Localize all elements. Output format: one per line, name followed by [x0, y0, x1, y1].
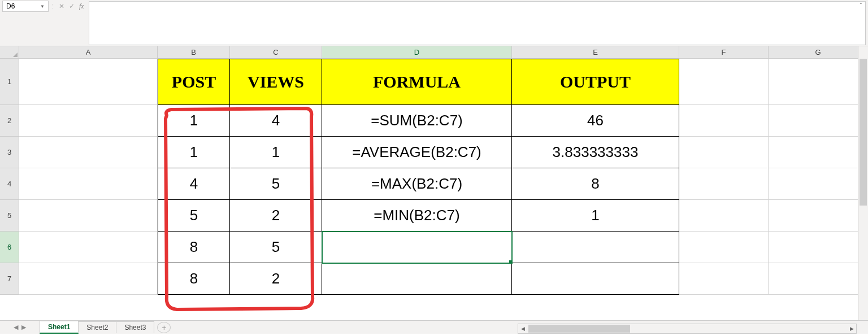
- cell-D4[interactable]: =MAX(B2:C7): [322, 168, 512, 200]
- name-box[interactable]: D6 ▼: [2, 1, 49, 12]
- cell-D1[interactable]: FORMULA: [322, 59, 512, 105]
- cell-F6[interactable]: [679, 232, 769, 263]
- col-header-B[interactable]: B: [158, 46, 230, 58]
- name-box-value: D6: [6, 2, 15, 10]
- cell-F7[interactable]: [679, 263, 769, 295]
- col-header-G[interactable]: G: [769, 46, 868, 58]
- cell-D2[interactable]: =SUM(B2:C7): [322, 105, 512, 137]
- cell-D7[interactable]: [322, 263, 512, 295]
- column-headers: A B C D E F G: [0, 46, 868, 59]
- row-2: 2 1 4 =SUM(B2:C7) 46: [0, 105, 868, 137]
- formula-bar-buttons: ✕ ✓ fx: [54, 0, 89, 12]
- cell-D3[interactable]: =AVERAGE(B2:C7): [322, 137, 512, 168]
- sheet-nav-next-icon[interactable]: ▶: [21, 324, 26, 331]
- cell-C2[interactable]: 4: [230, 105, 322, 137]
- formula-bar-area: D6 ▼ ⋮ ✕ ✓ fx ˆ: [0, 0, 868, 46]
- cell-F5[interactable]: [679, 200, 769, 232]
- cell-E2[interactable]: 46: [512, 105, 679, 137]
- cell-B7[interactable]: 8: [158, 263, 230, 295]
- formula-collapse-icon[interactable]: ˆ: [860, 3, 862, 9]
- hscroll-right-icon[interactable]: ▶: [847, 326, 856, 331]
- cell-E3[interactable]: 3.833333333: [512, 137, 679, 168]
- col-header-D[interactable]: D: [322, 46, 512, 58]
- cell-C1[interactable]: VIEWS: [230, 59, 322, 105]
- cell-D6[interactable]: [322, 232, 512, 263]
- cell-C6[interactable]: 5: [230, 232, 322, 263]
- row-header-3[interactable]: 3: [0, 137, 19, 168]
- vertical-scrollbar[interactable]: [858, 46, 868, 320]
- cell-A1[interactable]: [19, 59, 158, 105]
- horizontal-scrollbar[interactable]: ◀ ▶: [518, 324, 857, 334]
- cell-E5[interactable]: 1: [512, 200, 679, 232]
- cell-G1[interactable]: [769, 59, 868, 105]
- sheet-tab-2[interactable]: Sheet2: [78, 321, 116, 333]
- cell-B1[interactable]: POST: [158, 59, 230, 105]
- cell-F1[interactable]: [679, 59, 769, 105]
- cell-C5[interactable]: 2: [230, 200, 322, 232]
- col-header-A[interactable]: A: [19, 46, 158, 58]
- cancel-formula-icon[interactable]: ✕: [59, 2, 64, 10]
- cell-E4[interactable]: 8: [512, 168, 679, 200]
- col-header-E[interactable]: E: [512, 46, 679, 58]
- fx-icon[interactable]: fx: [79, 2, 84, 11]
- cell-A6[interactable]: [19, 232, 158, 263]
- cell-B2[interactable]: 1: [158, 105, 230, 137]
- row-5: 5 5 2 =MIN(B2:C7) 1: [0, 200, 868, 232]
- cell-A3[interactable]: [19, 137, 158, 168]
- row-1: 1 POST VIEWS FORMULA OUTPUT: [0, 59, 868, 105]
- cell-B6[interactable]: 8: [158, 232, 230, 263]
- name-box-dropdown-icon[interactable]: ▼: [40, 4, 45, 9]
- add-sheet-button[interactable]: +: [157, 322, 171, 333]
- col-header-F[interactable]: F: [679, 46, 769, 58]
- cell-B3[interactable]: 1: [158, 137, 230, 168]
- row-6: 6 8 5: [0, 232, 868, 263]
- row-header-6[interactable]: 6: [0, 232, 19, 263]
- cell-B4[interactable]: 4: [158, 168, 230, 200]
- cell-G5[interactable]: [769, 200, 868, 232]
- cell-G4[interactable]: [769, 168, 868, 200]
- row-header-5[interactable]: 5: [0, 200, 19, 232]
- cell-D5[interactable]: =MIN(B2:C7): [322, 200, 512, 232]
- row-7: 7 8 2: [0, 263, 868, 295]
- cell-G6[interactable]: [769, 232, 868, 263]
- col-header-C[interactable]: C: [230, 46, 322, 58]
- row-header-7[interactable]: 7: [0, 263, 19, 295]
- row-header-2[interactable]: 2: [0, 105, 19, 137]
- grid-area: 1 POST VIEWS FORMULA OUTPUT 2 1 4 =SUM(B…: [0, 59, 868, 321]
- cell-G2[interactable]: [769, 105, 868, 137]
- vertical-scrollbar-thumb[interactable]: [860, 59, 867, 206]
- cell-A2[interactable]: [19, 105, 158, 137]
- name-box-wrap: D6 ▼: [0, 0, 51, 12]
- cell-C7[interactable]: 2: [230, 263, 322, 295]
- sheet-tab-1[interactable]: Sheet1: [40, 321, 79, 334]
- cell-F4[interactable]: [679, 168, 769, 200]
- cell-A5[interactable]: [19, 200, 158, 232]
- cell-E6[interactable]: [512, 232, 679, 263]
- cell-E7[interactable]: [512, 263, 679, 295]
- select-all-corner[interactable]: [0, 46, 19, 58]
- sheet-nav-prev-icon[interactable]: ◀: [14, 324, 18, 331]
- cell-G7[interactable]: [769, 263, 868, 295]
- hscroll-left-icon[interactable]: ◀: [518, 326, 527, 331]
- formula-input[interactable]: ˆ: [89, 1, 866, 45]
- cell-G3[interactable]: [769, 137, 868, 168]
- accept-formula-icon[interactable]: ✓: [69, 2, 75, 10]
- cell-A7[interactable]: [19, 263, 158, 295]
- row-4: 4 4 5 =MAX(B2:C7) 8: [0, 168, 868, 200]
- row-header-4[interactable]: 4: [0, 168, 19, 200]
- cell-F2[interactable]: [679, 105, 769, 137]
- row-header-1[interactable]: 1: [0, 59, 19, 105]
- cell-C4[interactable]: 5: [230, 168, 322, 200]
- sheet-nav[interactable]: ◀ ▶: [0, 324, 40, 331]
- cell-B5[interactable]: 5: [158, 200, 230, 232]
- horizontal-scrollbar-thumb[interactable]: [528, 325, 630, 333]
- cell-C3[interactable]: 1: [230, 137, 322, 168]
- sheet-tab-3[interactable]: Sheet3: [116, 321, 154, 333]
- cell-A4[interactable]: [19, 168, 158, 200]
- cell-E1[interactable]: OUTPUT: [512, 59, 679, 105]
- cell-F3[interactable]: [679, 137, 769, 168]
- row-3: 3 1 1 =AVERAGE(B2:C7) 3.833333333: [0, 137, 868, 168]
